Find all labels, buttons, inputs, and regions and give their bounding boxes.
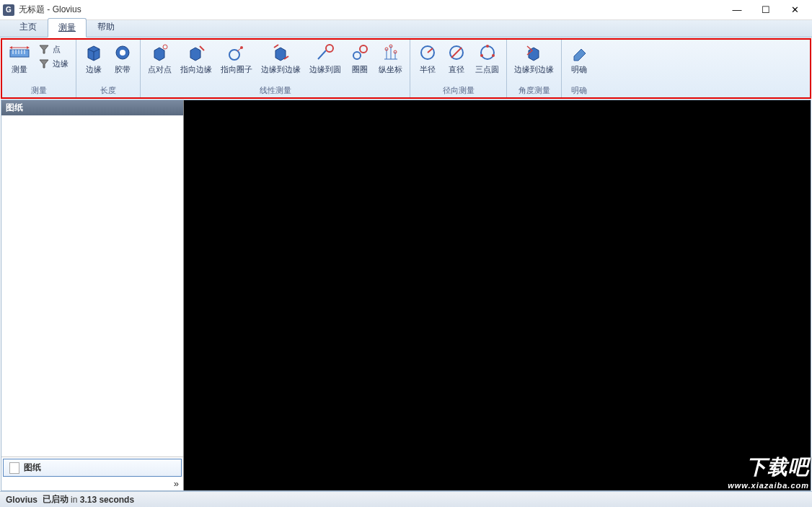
maximize-button[interactable]: ☐ — [751, 1, 780, 19]
three-point-icon — [477, 43, 498, 63]
svg-marker-17 — [190, 48, 200, 61]
tape-button[interactable]: 胶带 — [108, 41, 137, 76]
ptp-label: 点对点 — [148, 64, 172, 75]
clear-button[interactable]: 明确 — [565, 41, 593, 76]
svg-marker-15 — [154, 48, 164, 61]
svg-line-21 — [237, 48, 241, 51]
two-circles-icon — [350, 43, 370, 63]
close-button[interactable]: ✕ — [780, 1, 809, 19]
to-edge-label: 指向边缘 — [180, 64, 212, 75]
group-measure: 测量 点 边缘 测量 — [2, 40, 76, 97]
tab-help[interactable]: 帮助 — [87, 17, 125, 37]
point-label: 点 — [53, 44, 61, 55]
edge-to-edge-label: 边缘到边缘 — [261, 64, 301, 75]
svg-marker-10 — [40, 60, 48, 68]
cube-edge2-icon — [271, 43, 291, 63]
svg-line-25 — [318, 50, 326, 59]
svg-point-28 — [360, 45, 367, 53]
svg-point-19 — [229, 50, 239, 60]
angle-edge-to-edge-button[interactable]: 边缘到边缘 — [510, 41, 558, 76]
line-circle-icon — [315, 43, 335, 63]
sidebar-tab-drawings[interactable]: 图纸 — [3, 459, 182, 477]
minimize-button[interactable]: — — [723, 1, 751, 19]
svg-line-23 — [274, 45, 278, 48]
status-started: 已启动 — [43, 493, 69, 506]
group-angle: 边缘到边缘 角度测量 — [507, 40, 562, 97]
ruler-icon — [9, 43, 30, 63]
group-clear-label: 明确 — [565, 84, 593, 97]
edge-length-label: 边缘 — [86, 64, 102, 75]
diameter-button[interactable]: 直径 — [442, 41, 471, 76]
radius-icon — [418, 43, 438, 63]
sidebar-panel-title: 图纸 — [1, 100, 183, 115]
svg-line-18 — [200, 46, 204, 50]
edge-filter-label: 边缘 — [53, 58, 69, 69]
group-radial: 半径 直径 三点圆 径向测量 — [410, 40, 507, 97]
group-radial-label: 径向测量 — [413, 84, 503, 97]
point-button[interactable]: 点 — [35, 43, 71, 56]
to-circle-button[interactable]: 指向圈子 — [216, 41, 257, 76]
group-angle-label: 角度测量 — [510, 84, 558, 97]
document-icon — [9, 462, 19, 474]
circle-point-icon — [226, 43, 247, 63]
edge-to-edge-button[interactable]: 边缘到边缘 — [257, 41, 305, 76]
app-icon: G — [3, 4, 14, 16]
funnel-icon — [38, 58, 50, 69]
sidebar-tab-label: 图纸 — [24, 462, 41, 474]
circle-label: 圈圈 — [352, 64, 368, 75]
ordinate-label: 纵坐标 — [379, 64, 402, 75]
svg-marker-44 — [529, 48, 539, 61]
circle-button[interactable]: 圈圈 — [345, 41, 374, 76]
angle-e2e-label: 边缘到边缘 — [514, 64, 554, 75]
svg-point-14 — [120, 50, 125, 56]
svg-point-16 — [163, 45, 167, 49]
svg-marker-8 — [27, 46, 30, 49]
svg-point-41 — [486, 45, 489, 48]
to-circle-label: 指向圈子 — [221, 64, 252, 75]
ribbon: 测量 点 边缘 测量 边缘 胶带 — [1, 38, 811, 99]
svg-point-40 — [481, 46, 494, 59]
edge-filter-button[interactable]: 边缘 — [35, 57, 71, 70]
sidebar-panel-body — [1, 115, 183, 457]
group-linear: 点对点 指向边缘 指向圈子 边缘到边缘 边缘到圆 圈圈 — [141, 40, 410, 97]
radius-label: 半径 — [420, 64, 436, 75]
cube-angle-icon — [524, 43, 544, 63]
edge-to-circle-button[interactable]: 边缘到圆 — [305, 41, 345, 76]
tab-measure[interactable]: 测量 — [48, 18, 87, 38]
statusbar: Glovius 已启动 in 3.13 seconds — [0, 491, 812, 507]
tab-home[interactable]: 主页 — [9, 17, 48, 37]
svg-point-43 — [492, 54, 495, 57]
ordinate-button[interactable]: 纵坐标 — [374, 41, 407, 76]
svg-marker-9 — [40, 45, 48, 53]
point-to-point-button[interactable]: 点对点 — [144, 41, 176, 76]
status-in: in — [71, 495, 77, 505]
svg-line-39 — [451, 48, 462, 58]
measure-label: 测量 — [12, 64, 27, 75]
group-linear-label: 线性测量 — [144, 84, 407, 97]
target-icon — [112, 43, 133, 63]
sidebar: 图纸 图纸 » — [1, 100, 184, 490]
ordinate-icon — [381, 43, 401, 63]
clear-label: 明确 — [571, 64, 587, 75]
cube-icon — [84, 43, 104, 63]
funnel-icon — [38, 43, 50, 55]
cube-point-icon — [150, 43, 170, 63]
ribbon-tabbar: 主页 测量 帮助 — [0, 20, 812, 38]
svg-point-42 — [480, 54, 483, 57]
svg-line-37 — [428, 48, 433, 53]
sidebar-toggle[interactable]: » — [1, 478, 183, 490]
cube-edge-icon — [186, 43, 206, 63]
measure-button[interactable]: 测量 — [5, 41, 34, 76]
three-point-label: 三点圆 — [475, 64, 499, 75]
three-point-circle-button[interactable]: 三点圆 — [471, 41, 503, 76]
edge-length-button[interactable]: 边缘 — [79, 41, 108, 76]
radius-button[interactable]: 半径 — [413, 41, 442, 76]
diameter-icon — [446, 43, 467, 63]
svg-point-26 — [326, 45, 333, 52]
to-edge-button[interactable]: 指向边缘 — [176, 41, 216, 76]
viewport-3d[interactable] — [184, 100, 811, 490]
window-title: 无标题 - Glovius — [19, 4, 723, 16]
status-seconds: seconds — [99, 495, 134, 505]
group-length: 边缘 胶带 长度 — [76, 40, 141, 97]
eraser-icon — [569, 43, 589, 63]
